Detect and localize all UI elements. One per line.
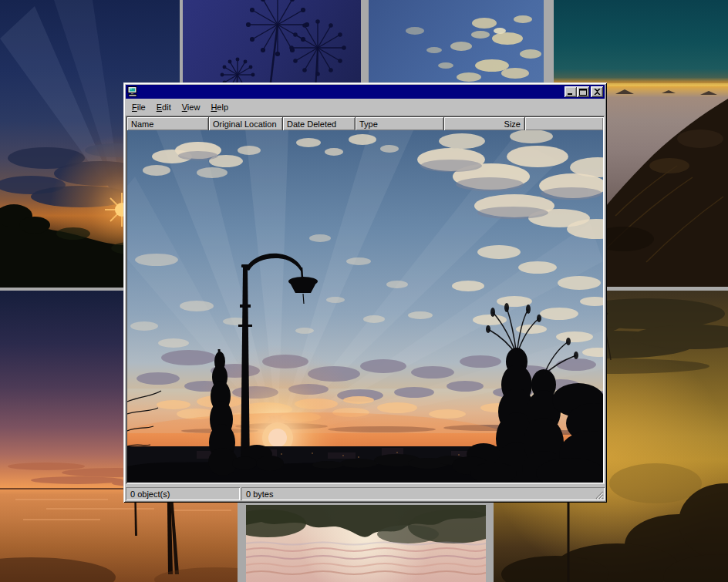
status-bar: 0 object(s) 0 bytes [126,485,605,500]
minimize-button[interactable] [565,86,577,97]
column-header-original-location[interactable]: Original Location [209,117,283,130]
sunset-lamp-photo [127,130,603,483]
column-header-blank[interactable] [525,117,603,130]
status-object-count: 0 object(s) [126,487,240,500]
menu-item-view[interactable]: View [177,102,206,113]
file-list-view[interactable] [127,130,603,483]
minimize-icon [567,89,575,96]
recycle-bin-window: File Edit View Help Name Original Locati… [123,82,607,503]
wallpaper-photo-water-reflection [246,505,486,582]
menubar: File Edit View Help [126,100,604,114]
close-icon [594,89,601,95]
list-client-area: Name Original Location Date Deleted Type… [126,116,605,484]
status-size: 0 bytes [241,487,605,500]
column-header-type[interactable]: Type [356,117,444,130]
column-header-date-deleted[interactable]: Date Deleted [283,117,356,130]
maximize-button[interactable] [577,86,589,97]
column-header-name[interactable]: Name [127,117,209,130]
desktop: File Edit View Help Name Original Locati… [0,0,728,582]
status-size-label: 0 bytes [246,489,273,499]
menu-item-help[interactable]: Help [205,102,234,113]
menu-item-file[interactable]: File [126,102,151,113]
maximize-icon [579,89,587,96]
computer-icon [127,86,138,97]
menu-item-edit[interactable]: Edit [151,102,177,113]
resize-grip-icon[interactable] [594,489,604,500]
column-header-size[interactable]: Size [444,117,525,130]
column-headers: Name Original Location Date Deleted Type… [127,117,603,130]
titlebar[interactable] [126,85,605,99]
close-button[interactable] [591,86,603,97]
